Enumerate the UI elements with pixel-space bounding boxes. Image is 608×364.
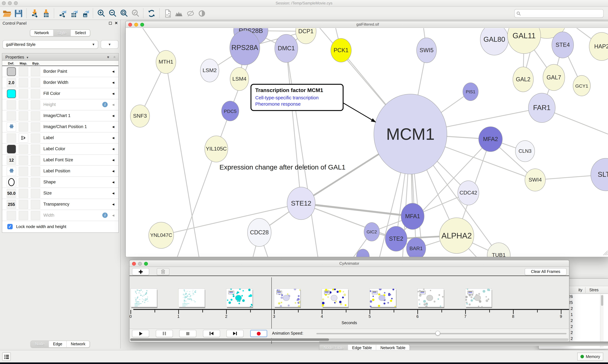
- export-network-button[interactable]: [56, 8, 68, 19]
- collapse-arrow-icon[interactable]: ◀: [112, 177, 114, 188]
- bypass-cell[interactable]: [31, 211, 40, 220]
- mapping-cell[interactable]: [19, 89, 28, 98]
- mapping-cell[interactable]: [19, 100, 28, 109]
- default-value-cell[interactable]: [7, 67, 16, 76]
- collapse-all-icon[interactable]: »: [111, 56, 118, 58]
- timeline-horizontal-scrollbar[interactable]: [130, 338, 568, 341]
- collapse-arrow-icon[interactable]: ◀: [112, 166, 114, 176]
- node-rps28a[interactable]: RPS28A: [230, 30, 260, 65]
- zoom-selected-button[interactable]: [129, 8, 141, 19]
- cyanimator-titlebar[interactable]: CyAnimator: [129, 260, 569, 267]
- mapping-cell[interactable]: [19, 189, 28, 198]
- animation-speed-slider[interactable]: [316, 333, 567, 334]
- bypass-cell[interactable]: [31, 67, 40, 76]
- default-value-cell[interactable]: [7, 167, 16, 176]
- show-graphics-details-button[interactable]: [196, 8, 207, 19]
- float-window-icon[interactable]: [109, 22, 112, 25]
- property-row-label[interactable]: Label◀: [2, 132, 118, 143]
- bypass-cell[interactable]: [31, 78, 40, 87]
- frame-thumbnail-7[interactable]: [465, 288, 492, 307]
- bypass-cell[interactable]: [31, 167, 40, 176]
- node-cln3[interactable]: CLN3: [515, 140, 535, 162]
- stop-button[interactable]: [179, 330, 196, 337]
- memory-button[interactable]: Memory: [577, 353, 603, 361]
- node-gcy1[interactable]: GCY1: [573, 75, 591, 96]
- style-options-button[interactable]: ▼: [101, 40, 118, 49]
- default-value-cell[interactable]: [7, 144, 16, 154]
- default-value-cell[interactable]: 50.0: [7, 189, 16, 198]
- collapse-arrow-icon[interactable]: ◀: [112, 155, 114, 165]
- minimize-window-icon[interactable]: [8, 1, 12, 5]
- property-row-height[interactable]: Heighti◀: [2, 99, 118, 110]
- hide-graphics-details-button[interactable]: [185, 8, 196, 19]
- property-row-label-color[interactable]: Label Color◀: [2, 143, 118, 155]
- table-vertical-scrollbar[interactable]: [600, 294, 604, 348]
- mapping-cell[interactable]: [19, 67, 28, 76]
- delete-frame-button[interactable]: [157, 268, 169, 275]
- frame-thumbnail-6[interactable]: [417, 288, 444, 307]
- node-mth1[interactable]: MTH1: [156, 50, 176, 74]
- style-tab-node[interactable]: Node: [31, 341, 49, 347]
- minimize-window-icon[interactable]: [138, 262, 142, 266]
- node-alpha2[interactable]: ALPHA2: [439, 218, 474, 254]
- collapse-arrow-icon[interactable]: ◀: [112, 210, 114, 221]
- network-window-titlebar[interactable]: galFiltered.sif: [126, 21, 608, 28]
- property-row-border-paint[interactable]: Border Paint◀: [2, 66, 118, 77]
- collapse-arrow-icon[interactable]: ◀: [112, 121, 114, 132]
- bypass-cell[interactable]: [31, 156, 40, 165]
- property-row-shape[interactable]: Shape◀: [2, 177, 118, 188]
- node-mfa2[interactable]: MFA2: [479, 127, 503, 152]
- bypass-cell[interactable]: [31, 122, 40, 131]
- bypass-cell[interactable]: [31, 100, 40, 109]
- mapping-cell[interactable]: [19, 156, 28, 165]
- tab-style[interactable]: Style: [53, 30, 70, 36]
- frame-thumbnail-5[interactable]: [370, 288, 396, 307]
- mapping-cell[interactable]: [19, 122, 28, 131]
- collapse-arrow-icon[interactable]: ◀: [112, 88, 114, 99]
- default-value-cell[interactable]: [7, 89, 16, 98]
- search-input[interactable]: [521, 11, 601, 16]
- frame-thumbnail-1[interactable]: [178, 288, 205, 307]
- collapse-arrow-icon[interactable]: ◀: [112, 77, 114, 88]
- node-swi5[interactable]: SWI5: [416, 38, 437, 63]
- mapping-cell[interactable]: [19, 144, 28, 154]
- collapse-arrow-icon[interactable]: ◀: [112, 99, 114, 110]
- scrollbar-thumb[interactable]: [601, 295, 603, 306]
- annotation-link-2[interactable]: Pheromone response: [255, 101, 339, 107]
- previous-frame-button[interactable]: [203, 330, 220, 337]
- frame-thumbnail-3[interactable]: [274, 288, 301, 307]
- task-history-button[interactable]: [2, 352, 11, 361]
- mapping-cell[interactable]: [19, 111, 28, 120]
- bypass-cell[interactable]: [31, 189, 40, 198]
- frame-thumbnail-0[interactable]: [130, 288, 157, 307]
- bypass-cell[interactable]: [31, 200, 40, 209]
- birds-eye-view-button[interactable]: [173, 8, 185, 19]
- property-row-width[interactable]: Widthi◀: [2, 210, 118, 221]
- default-value-cell[interactable]: [7, 122, 16, 131]
- bypass-cell[interactable]: [31, 133, 40, 143]
- node-pck1[interactable]: PCK1: [331, 38, 351, 62]
- canvas-caption[interactable]: Expression change after deletion of GAL1: [220, 164, 345, 171]
- frame-thumbnail-2[interactable]: [226, 288, 253, 307]
- property-row-fill-color[interactable]: Fill Color◀: [2, 88, 118, 99]
- import-table-button[interactable]: [40, 8, 52, 19]
- export-table-button[interactable]: [68, 8, 79, 19]
- default-value-cell[interactable]: 12: [7, 156, 16, 165]
- column-divider[interactable]: [585, 287, 585, 293]
- node-ste2[interactable]: STE2: [385, 226, 407, 251]
- lock-size-checkbox[interactable]: ✓: [7, 224, 13, 229]
- properties-header[interactable]: Properties▼ » »: [2, 53, 118, 61]
- node-mcm1[interactable]: MCM1: [374, 94, 447, 174]
- bypass-cell[interactable]: [31, 178, 40, 187]
- node-snf3[interactable]: SNF3: [130, 105, 150, 128]
- bypass-cell[interactable]: [31, 144, 40, 154]
- collapse-arrow-icon[interactable]: ◀: [112, 143, 114, 154]
- resize-grip-icon[interactable]: [601, 249, 608, 256]
- close-panel-icon[interactable]: ✕: [115, 21, 118, 25]
- mapping-cell[interactable]: [19, 78, 28, 87]
- export-image-button[interactable]: [79, 8, 91, 19]
- property-row-image-chart-position-1[interactable]: Image/Chart Position 1◀: [2, 121, 118, 132]
- close-window-icon[interactable]: [2, 1, 6, 5]
- bypass-cell[interactable]: [31, 111, 40, 120]
- frame-thumbnail-4[interactable]: [322, 288, 348, 307]
